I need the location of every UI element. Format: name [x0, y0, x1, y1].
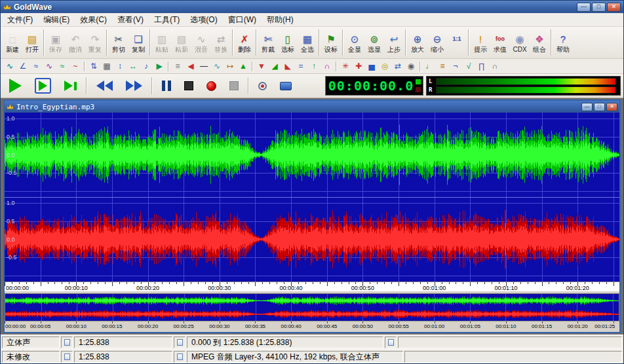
- transport-play-from-cursor-button[interactable]: [58, 76, 83, 96]
- menu-options[interactable]: 选项(O): [185, 13, 222, 26]
- time-tick: [119, 282, 120, 284]
- time-tick: [26, 282, 27, 284]
- menu-file[interactable]: 文件(F): [2, 13, 38, 26]
- menu-tool[interactable]: 工具(T): [149, 13, 185, 26]
- fade-out-effect-button[interactable]: ◣: [281, 60, 294, 73]
- toolbar-separator: [248, 77, 249, 94]
- time-axis[interactable]: 00:00:0000:00:1000:00:2000:00:3000:00:40…: [5, 282, 619, 291]
- menu-window[interactable]: 窗口(W): [223, 13, 262, 26]
- hints-button[interactable]: !提示: [471, 27, 490, 58]
- filter-effect-button[interactable]: ∿: [43, 60, 56, 73]
- window-minimize-button[interactable]: —: [577, 3, 591, 12]
- resample-effect-button[interactable]: ≡: [171, 60, 184, 73]
- transport-pause-button[interactable]: [156, 76, 177, 96]
- delete-button[interactable]: ✗删除: [235, 27, 254, 58]
- waveform-view: 1.00.50.0-0.51.00.50.0-0.5: [5, 113, 619, 282]
- trim-button[interactable]: ✄剪裁: [258, 27, 278, 58]
- dynamics-effect-button[interactable]: ∠: [16, 60, 29, 73]
- transport-rewind-button[interactable]: [90, 76, 119, 96]
- transport-record-stop-button[interactable]: [224, 76, 244, 96]
- select-all-button[interactable]: ▦全选: [298, 27, 317, 58]
- zoom-out-button[interactable]: ⊖缩小: [427, 27, 447, 58]
- noise-reduction-effect-button[interactable]: ✳: [339, 60, 352, 73]
- noise-gate-effect-button[interactable]: ∩: [488, 60, 501, 73]
- sound-window-minimize-button[interactable]: —: [581, 103, 593, 111]
- time-warp-effect-button[interactable]: ↦: [224, 60, 237, 73]
- volume-match-effect-button[interactable]: =: [294, 60, 307, 73]
- window-maximize-button[interactable]: □: [592, 3, 606, 12]
- help-button[interactable]: ?帮助: [553, 27, 573, 58]
- transport-play-selection-button[interactable]: [29, 76, 57, 96]
- sound-window-close-button[interactable]: ✕: [606, 103, 617, 111]
- show-all-button[interactable]: ⊙全显: [345, 27, 364, 58]
- transport-play-button[interactable]: [3, 76, 28, 96]
- offset-effect-button[interactable]: ↕: [113, 60, 127, 73]
- smoother-effect-button[interactable]: ∿: [210, 60, 224, 73]
- transport-fast-forward-button[interactable]: [120, 76, 148, 96]
- cd-read-effect-button[interactable]: ◎: [378, 60, 391, 73]
- cdx-button[interactable]: ◉CDX: [510, 27, 530, 58]
- pan-effect-button[interactable]: ↔: [127, 60, 140, 73]
- waveform-display[interactable]: [5, 113, 619, 282]
- transport-monitor-record-levels-button[interactable]: [252, 76, 273, 96]
- menu-effect[interactable]: 效果(C): [75, 13, 112, 26]
- invert-icon: ⇅: [90, 62, 97, 71]
- high-pass-filter-effect-button[interactable]: √: [462, 60, 475, 73]
- interpolate-effect-button[interactable]: ~: [69, 60, 82, 73]
- sound-window-titlebar[interactable]: Intro_Egyptian.mp3 —□✕: [5, 101, 619, 113]
- cut-button[interactable]: ✂剪切: [109, 27, 128, 58]
- zoom-1-1-button[interactable]: 1:1: [447, 27, 467, 58]
- volume-shape-effect-button[interactable]: ∩: [321, 60, 334, 73]
- voice-over-effect-button[interactable]: ♩: [423, 60, 436, 73]
- maximize-volume-effect-button[interactable]: ↑: [307, 60, 321, 73]
- silence-effect-button[interactable]: —: [197, 60, 210, 73]
- playback-rate-effect-button[interactable]: ▶: [153, 60, 166, 73]
- transport-stop-button[interactable]: [178, 76, 199, 96]
- menu-edit[interactable]: 编辑(E): [38, 13, 75, 26]
- toolbar-button-label: 组合: [533, 46, 546, 53]
- select-marker-button[interactable]: ▯选标: [278, 27, 298, 58]
- menu-help[interactable]: 帮助(H): [262, 13, 299, 26]
- evaluator-button[interactable]: foo求值: [490, 27, 510, 58]
- doppler-effect-button[interactable]: ∿: [3, 60, 16, 73]
- time-tick: [399, 282, 399, 286]
- spectrum-filter-effect-button[interactable]: ▅: [365, 60, 378, 73]
- volume-up-effect-button[interactable]: ▲: [237, 60, 250, 73]
- time-tick: [12, 282, 12, 284]
- flanger-effect-button[interactable]: ≈: [56, 60, 69, 73]
- set-marker-button[interactable]: ⚑设标: [321, 27, 341, 58]
- transport-visuals-button[interactable]: [274, 76, 298, 96]
- open-button[interactable]: ▤打开: [22, 27, 42, 58]
- combine-button[interactable]: ❖组合: [530, 27, 549, 58]
- sound-window-maximize-button[interactable]: □: [594, 103, 605, 111]
- time-tick: [48, 282, 49, 284]
- time-label: 00:01:10: [496, 323, 516, 329]
- low-pass-filter-effect-button[interactable]: ¬: [449, 60, 462, 73]
- pitch-effect-button[interactable]: ♪: [140, 60, 153, 73]
- menu-view[interactable]: 查看(V): [112, 13, 149, 26]
- expression-foo-icon: foo: [496, 33, 505, 45]
- pop-click-fix-icon: ✚: [355, 62, 362, 71]
- time-tick: [83, 282, 84, 284]
- volume-down-effect-button[interactable]: ▼: [255, 60, 268, 73]
- mechanize-effect-button[interactable]: ▦: [100, 60, 113, 73]
- overview-display[interactable]: [5, 294, 619, 321]
- zoom-in-button[interactable]: ⊕放大: [408, 27, 427, 58]
- copy-button[interactable]: ❏复制: [128, 27, 148, 58]
- window-close-button[interactable]: ✕: [607, 3, 621, 12]
- transport-record-button[interactable]: [201, 76, 222, 96]
- invert-effect-button[interactable]: ⇅: [87, 60, 100, 73]
- reverse-effect-button[interactable]: ◀: [184, 60, 197, 73]
- equalizer-effect-button[interactable]: ≡: [436, 60, 449, 73]
- show-selection-button[interactable]: ⊚选显: [364, 27, 384, 58]
- band-pass-filter-effect-button[interactable]: ∏: [475, 60, 488, 73]
- exchange-channels-effect-button[interactable]: ⇄: [391, 60, 404, 73]
- status-selection-range: 0.000 到 1:25.838 (1:25.838): [187, 337, 383, 348]
- pop-click-fix-effect-button[interactable]: ✚: [352, 60, 365, 73]
- new-button[interactable]: □新建: [3, 27, 22, 58]
- previous-zoom-button[interactable]: ↩上步: [384, 27, 404, 58]
- effects-toolbar: ∿∠≈∿≈~⇅▦↕↔♪▶≡◀—∿↦▲▼◢◣=↑∩✳✚▅◎⇄◉♩≡¬√∏∩: [1, 59, 623, 74]
- fade-in-effect-button[interactable]: ◢: [268, 60, 281, 73]
- mono-mix-effect-button[interactable]: ◉: [404, 60, 418, 73]
- echo-effect-button[interactable]: ≈: [29, 60, 43, 73]
